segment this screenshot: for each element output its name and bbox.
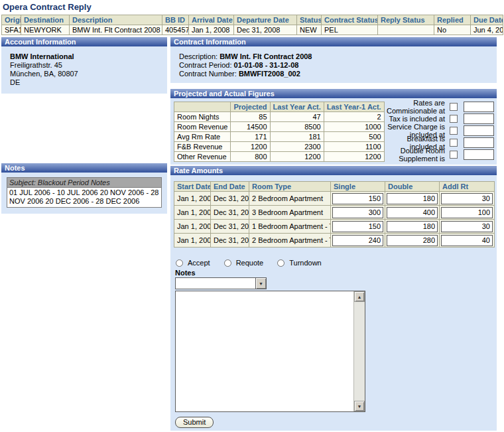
double-supplement-checkbox[interactable] <box>450 151 458 159</box>
reply-notes-textarea[interactable] <box>176 291 353 411</box>
col-header-start-date: Start Date <box>174 182 211 192</box>
requote-radio[interactable] <box>224 259 231 267</box>
cell-destination: NEWYORK <box>21 25 70 35</box>
proj-row-label: Avg Rm Rate <box>174 132 231 142</box>
option-label: Double Room Supplement is <box>385 147 445 163</box>
notes-header: Notes <box>1 163 167 173</box>
proj-row-label: Room Revenue <box>174 122 231 132</box>
projected-figures-panel: Projected Last Year Act. Last Year-1 Act… <box>170 98 497 165</box>
col-header-description: Description <box>70 15 162 25</box>
cell-status: NEW <box>297 25 322 35</box>
rate-options-group: Rates are Commisionable at Tax is includ… <box>385 102 494 162</box>
textarea-scrollbar[interactable]: ▲ ▼ <box>353 291 365 411</box>
accept-radio-item[interactable]: Accept <box>176 259 210 267</box>
number-value: BMWFIT2008_002 <box>239 70 300 78</box>
contract-information-panel: Description: BMW Int. Flt Contract 2008 … <box>170 46 497 83</box>
col-header-status: Status <box>297 15 322 25</box>
cell-replied: No <box>434 25 471 35</box>
proj-value: 1200 <box>270 152 324 162</box>
scroll-up-icon[interactable]: ▲ <box>354 291 365 302</box>
cell-due-date: Jun 4, 2008 <box>471 25 503 35</box>
rate-amounts-header: Rate Amounts <box>170 166 497 175</box>
proj-value: 14500 <box>231 122 270 132</box>
col-header-last-year-1: Last Year-1 Act. <box>324 102 384 112</box>
proj-corner-cell <box>174 102 231 112</box>
col-header-destination: Destination <box>21 15 70 25</box>
chevron-down-icon[interactable]: ▼ <box>255 278 266 289</box>
proj-row: F&B Revenue 1200 2300 1100 <box>174 142 385 152</box>
rate-row: Jan 1, 2008 Dec 31, 2008 3 Bedroom Apart… <box>174 206 495 220</box>
rate-amounts-table: Start Date End Date Room Type Single Dou… <box>174 181 495 248</box>
cell-arrival: Jan 1, 2008 <box>189 25 234 35</box>
proj-row: Other Revenue 800 1200 1200 <box>174 152 385 162</box>
double-rate-input[interactable] <box>387 193 438 204</box>
notes-panel: Subject: Blackout Period Notes 01 JUL 20… <box>1 173 167 214</box>
addl-rate-input[interactable] <box>441 221 493 232</box>
description-value: BMW Int. Flt Contract 2008 <box>220 52 312 60</box>
contract-summary-table: Origin Destination Description BB ID Arr… <box>1 15 503 35</box>
commissionable-checkbox[interactable] <box>450 103 458 111</box>
notes-template-dropdown[interactable]: ▼ <box>175 277 267 289</box>
rate-room-type: 2 Bedroom Apartment - Twi <box>249 234 331 248</box>
submit-button[interactable]: Submit <box>175 417 214 428</box>
col-header-bbid: BB ID <box>162 15 189 25</box>
contract-description-row: Description: BMW Int. Flt Contract 2008 <box>179 52 497 61</box>
accept-radio[interactable] <box>176 259 183 267</box>
account-address-line: Freiligrathstr. 45 <box>10 61 167 70</box>
single-rate-input[interactable] <box>332 193 383 204</box>
projected-figures-header: Projected and Actual Figures <box>170 89 497 98</box>
col-header-double: Double <box>385 182 440 192</box>
proj-row-label: Other Revenue <box>174 152 231 162</box>
double-rate-input[interactable] <box>387 207 438 218</box>
single-rate-input[interactable] <box>332 207 383 218</box>
requote-radio-label: Requote <box>236 259 264 267</box>
service-charge-input[interactable] <box>464 125 494 136</box>
account-information-panel: BMW International Freiligrathstr. 45 Mün… <box>1 46 167 94</box>
rate-row: Jan 1, 2008 Dec 31, 2008 2 Bedroom Apart… <box>174 192 495 206</box>
single-rate-input[interactable] <box>332 221 383 232</box>
notes-section: Notes Subject: Blackout Period Notes 01 … <box>1 163 167 214</box>
addl-rate-input[interactable] <box>441 235 493 246</box>
breakfast-rate-input[interactable] <box>464 137 494 148</box>
proj-row: Avg Rm Rate 171 181 500 <box>174 132 385 142</box>
scroll-down-icon[interactable]: ▼ <box>354 401 365 411</box>
double-supplement-input[interactable] <box>464 149 494 160</box>
col-header-addl-rt: Addl Rt <box>440 182 495 192</box>
double-rate-input[interactable] <box>387 221 438 232</box>
option-row-tax: Tax is included at <box>385 114 494 123</box>
account-information-section: Account Information BMW International Fr… <box>1 37 167 94</box>
rate-end-date: Dec 31, 2008 <box>211 234 249 248</box>
turndown-radio[interactable] <box>277 259 284 267</box>
proj-value: 171 <box>231 132 270 142</box>
col-header-room-type: Room Type <box>249 182 331 192</box>
addl-rate-input[interactable] <box>441 207 493 218</box>
breakfast-included-checkbox[interactable] <box>450 139 458 147</box>
option-row-service-charge: Service Charge is included at <box>385 126 494 135</box>
service-charge-checkbox[interactable] <box>450 127 458 135</box>
commissionable-rate-input[interactable] <box>464 102 494 112</box>
rate-room-type: 1 Bedroom Apartment - Twi <box>249 220 331 234</box>
rate-header-row: Start Date End Date Room Type Single Dou… <box>174 182 495 192</box>
rate-row: Jan 1, 2008 Dec 31, 2008 2 Bedroom Apart… <box>174 234 495 248</box>
projected-figures-table: Projected Last Year Act. Last Year-1 Act… <box>174 102 385 162</box>
rate-start-date: Jan 1, 2008 <box>174 192 211 206</box>
rate-amounts-section: Rate Amounts Start Date End Date Room Ty <box>170 166 497 431</box>
tax-rate-input[interactable] <box>464 113 494 124</box>
turndown-radio-item[interactable]: Turndown <box>277 259 322 267</box>
double-rate-input[interactable] <box>387 235 438 246</box>
option-label: Tax is included at <box>389 115 445 123</box>
proj-value: 500 <box>324 132 384 142</box>
cell-description: BMW Int. Flt Contract 2008 <box>70 25 162 35</box>
projected-figures-section: Projected and Actual Figures Projected L… <box>170 89 497 165</box>
col-header-last-year: Last Year Act. <box>270 102 324 112</box>
single-rate-input[interactable] <box>332 235 383 246</box>
proj-value: 1100 <box>324 142 384 152</box>
tax-included-checkbox[interactable] <box>450 115 458 123</box>
contract-period-row: Contract Period: 01-01-08 - 31-12-08 <box>179 61 497 70</box>
requote-radio-item[interactable]: Requote <box>224 259 264 267</box>
rate-start-date: Jan 1, 2008 <box>174 220 211 234</box>
period-value: 01-01-08 - 31-12-08 <box>234 61 299 69</box>
option-row-commissionable: Rates are Commisionable at <box>385 102 494 111</box>
cell-reply-status <box>378 25 434 35</box>
addl-rate-input[interactable] <box>441 193 493 204</box>
